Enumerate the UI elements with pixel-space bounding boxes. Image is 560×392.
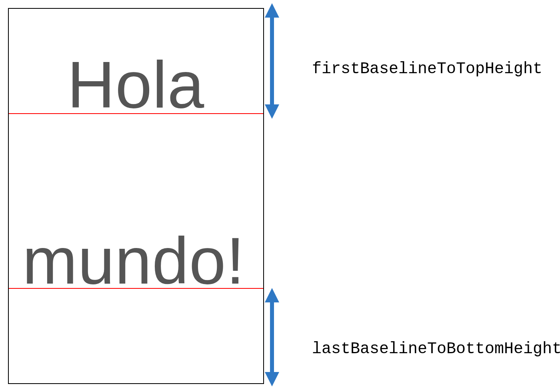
first-baseline-indicator bbox=[9, 113, 263, 114]
label-first-baseline-to-top: firstBaselineToTopHeight bbox=[312, 60, 542, 78]
arrow-first-baseline-to-top bbox=[256, 0, 288, 120]
sample-text-line-2: mundo! bbox=[22, 228, 245, 294]
diagram-stage: Hola mundo! firstBaselineToTopHeight las… bbox=[0, 0, 560, 392]
arrow-last-baseline-to-bottom bbox=[256, 287, 288, 387]
sample-text-line-1: Hola bbox=[67, 52, 204, 118]
label-last-baseline-to-bottom: lastBaselineToBottomHeight bbox=[312, 340, 560, 358]
svg-marker-2 bbox=[265, 104, 279, 119]
last-baseline-indicator bbox=[9, 288, 263, 289]
svg-marker-4 bbox=[265, 288, 279, 302]
svg-marker-5 bbox=[265, 372, 279, 386]
svg-marker-1 bbox=[265, 3, 279, 18]
